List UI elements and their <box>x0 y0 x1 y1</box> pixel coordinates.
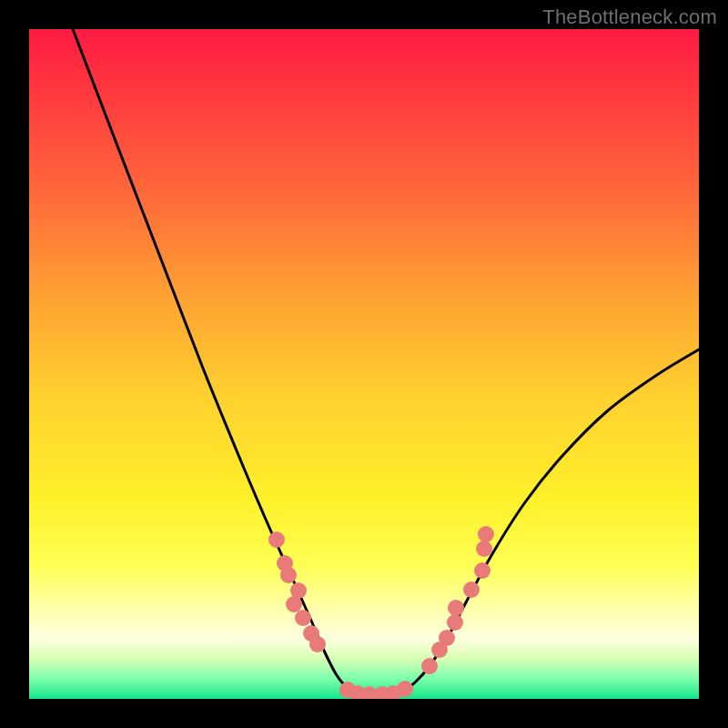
data-dot <box>447 614 463 631</box>
data-dot <box>397 681 413 697</box>
chart-svg <box>29 29 699 699</box>
outer-frame: TheBottleneck.com <box>0 0 728 728</box>
data-dot <box>478 526 494 542</box>
data-dot <box>421 658 438 674</box>
data-dot <box>463 581 480 598</box>
bottleneck-curve <box>73 29 699 695</box>
data-dots <box>268 526 494 699</box>
data-dot <box>448 600 464 616</box>
data-dot <box>286 596 302 612</box>
data-dot <box>295 610 311 626</box>
data-dot <box>474 562 490 579</box>
data-dot <box>268 531 285 548</box>
data-dot <box>309 636 326 652</box>
watermark-text: TheBottleneck.com <box>542 5 717 29</box>
data-dot <box>280 567 297 583</box>
data-dot <box>439 630 455 646</box>
data-dot <box>476 541 492 557</box>
plot-area <box>29 29 699 699</box>
